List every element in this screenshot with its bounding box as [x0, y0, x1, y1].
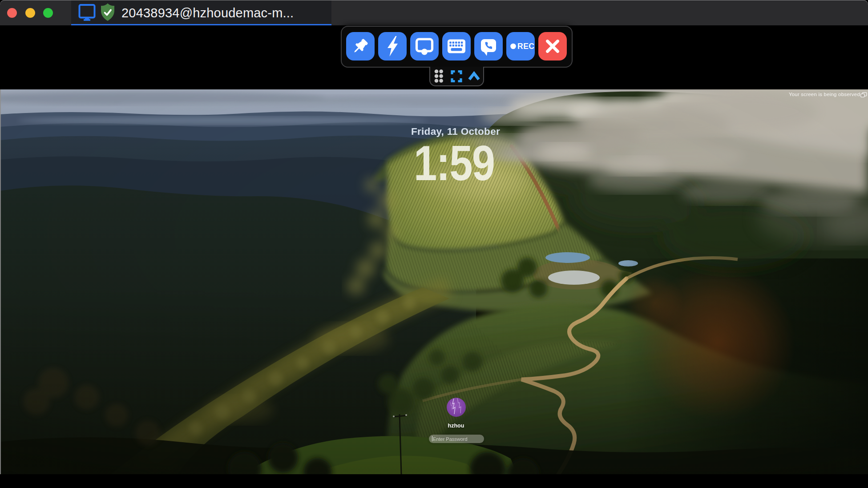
svg-text:REC: REC — [517, 42, 534, 51]
